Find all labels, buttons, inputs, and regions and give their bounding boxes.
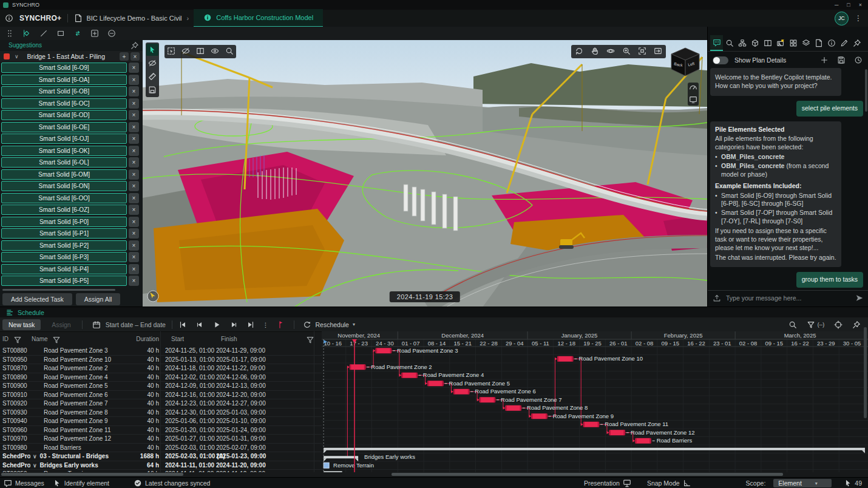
hand-icon[interactable]	[591, 47, 599, 56]
scope-dropdown[interactable]: Element ▾	[773, 479, 832, 487]
remove-suggestion-button[interactable]: ×	[129, 240, 139, 251]
suggestion-item[interactable]: Smart Solid [6-OO]	[1, 193, 127, 203]
remove-suggestion-button[interactable]: ×	[129, 157, 139, 168]
table-row[interactable]: ST00930Road Pavement Zone 840 h2024-12-3…	[0, 408, 322, 418]
suggestion-item[interactable]: Smart Solid [6-OA]	[1, 75, 127, 85]
tab-media-flag-icon[interactable]	[774, 36, 787, 50]
tab-copilot-chat-icon[interactable]	[710, 35, 723, 51]
suggestion-item[interactable]: Smart Solid [6-P5]	[1, 276, 127, 286]
assign-all-button[interactable]: Assign All	[76, 293, 121, 305]
eye-off-icon[interactable]	[181, 47, 190, 56]
minimize-button[interactable]: ─	[835, 2, 838, 8]
suggestion-group-header[interactable]: ∨ Bridge 1 - East Abut - Piling + ×	[0, 51, 143, 62]
remove-suggestion-button[interactable]: ×	[129, 110, 139, 120]
messages-status[interactable]: Messages	[4, 479, 44, 487]
show-plan-details-toggle[interactable]	[713, 56, 728, 64]
step-forward-icon[interactable]	[229, 320, 238, 329]
measure-icon[interactable]	[146, 70, 158, 83]
table-row[interactable]: ST00910Road Pavement Zone 640 h2024-12-1…	[0, 391, 322, 400]
compass[interactable]	[146, 290, 160, 303]
remove-suggestion-button[interactable]: ×	[129, 146, 139, 156]
remove-suggestion-button[interactable]: ×	[129, 63, 139, 73]
toolbar-plus-square-icon[interactable]	[89, 29, 101, 39]
add-selected-task-button[interactable]: Add Selected Task	[2, 293, 72, 305]
tab-info-icon[interactable]	[825, 36, 838, 50]
tab-compose-icon[interactable]	[838, 36, 850, 50]
toolbar-rect-icon[interactable]	[55, 29, 67, 39]
schedule-pin-icon[interactable]	[852, 320, 861, 329]
chevron-down-icon[interactable]: ∨	[15, 53, 19, 59]
eye-icon[interactable]	[211, 47, 219, 56]
close-button[interactable]: ×	[859, 2, 862, 8]
identify-element-tool[interactable]: Identify element	[53, 479, 109, 487]
play-icon[interactable]	[212, 320, 221, 329]
gauge-icon[interactable]	[689, 83, 697, 93]
table-row[interactable]: ST00850Remove Terrain16 h2024-11-11, 01:…	[0, 470, 322, 472]
remove-suggestion-button[interactable]: ×	[129, 205, 139, 215]
toolbar-select-icon[interactable]	[21, 29, 33, 39]
save-view-icon[interactable]	[146, 84, 158, 96]
history-button[interactable]	[854, 56, 863, 64]
suggestion-item[interactable]: Smart Solid [6-ON]	[1, 181, 127, 191]
pin-icon[interactable]	[131, 41, 139, 50]
suggestion-item[interactable]: Smart Solid [6-OE]	[1, 122, 127, 132]
save-chat-button[interactable]	[837, 56, 846, 64]
cursor-icon[interactable]	[146, 44, 158, 56]
orbit-icon[interactable]	[606, 47, 615, 56]
suggestions-hscrollbar[interactable]	[1, 289, 141, 291]
remove-suggestion-button[interactable]: ×	[129, 252, 139, 262]
remove-suggestion-button[interactable]: ×	[129, 181, 139, 191]
table-row[interactable]: ST00980Road Barriers40 h2025-02-03, 01:0…	[0, 444, 322, 453]
remove-suggestion-button[interactable]: ×	[129, 98, 139, 109]
suggestion-item[interactable]: Smart Solid [6-OM]	[1, 169, 127, 180]
toolbar-line-icon[interactable]	[38, 29, 50, 39]
table-row[interactable]: ST00950Road Pavement Zone 1040 h2025-01-…	[0, 356, 322, 365]
table-row[interactable]: ST00870Road Pavement Zone 240 h2024-11-1…	[0, 364, 322, 373]
remove-suggestion-button[interactable]: ×	[129, 134, 139, 144]
remove-suggestion-button[interactable]: ×	[129, 217, 139, 227]
avatar[interactable]: JC	[835, 12, 849, 25]
assign-button[interactable]: Assign	[47, 319, 76, 330]
remove-suggestion-button[interactable]: ×	[129, 276, 139, 286]
suggestion-item[interactable]: Smart Solid [6-P2]	[1, 240, 127, 251]
gantt-vscrollbar[interactable]	[864, 327, 867, 418]
remove-suggestion-button[interactable]: ×	[129, 75, 139, 85]
data-date-marker-icon[interactable]	[276, 320, 284, 329]
remove-suggestion-button[interactable]: ×	[129, 228, 139, 239]
close-group-button[interactable]: ×	[131, 52, 140, 61]
snap-mode-button[interactable]: Snap Mode	[647, 479, 691, 487]
tab-document-icon[interactable]	[812, 36, 825, 50]
rotate-icon[interactable]	[575, 47, 583, 56]
table-row[interactable]: ST00970Road Pavement Zone 1240 h2025-01-…	[0, 435, 322, 444]
table-hscrollbar[interactable]	[1, 473, 183, 476]
send-message-icon[interactable]	[855, 294, 864, 302]
table-row[interactable]: ST00960Road Pavement Zone 1140 h2025-01-…	[0, 426, 322, 435]
suggestion-item[interactable]: Smart Solid [6-OD]	[1, 110, 127, 120]
navigation-cube[interactable]: Back Left	[668, 46, 702, 78]
skip-end-icon[interactable]	[246, 320, 255, 329]
split-icon[interactable]	[196, 47, 205, 56]
gantt-chart[interactable]: 10 - 1617 - 2324 - 3001 - 0708 - 1415 - …	[322, 331, 868, 472]
maximize-button[interactable]: □	[847, 2, 850, 8]
presentation-mode-button[interactable]: Presentation	[584, 479, 631, 487]
kebab-menu-icon[interactable]: ⋮	[855, 14, 862, 22]
date-range-field[interactable]: Start date – End date	[106, 321, 166, 328]
toolbar-handle-icon[interactable]	[4, 29, 16, 39]
gantt-hscrollbar[interactable]	[392, 473, 783, 476]
step-back-icon[interactable]	[195, 320, 204, 329]
remove-suggestion-button[interactable]: ×	[129, 193, 139, 203]
suggestion-item[interactable]: Smart Solid [6-P3]	[1, 252, 127, 262]
suggestion-item[interactable]: Smart Solid [6-P0]	[1, 217, 127, 227]
tab-compare-icon[interactable]	[761, 36, 774, 50]
table-row[interactable]: ST00920Road Pavement Zone 740 h2024-12-2…	[0, 399, 322, 408]
tab-team-icon[interactable]	[736, 36, 748, 50]
select-rect-icon[interactable]	[167, 47, 175, 56]
tab-layers-icon[interactable]	[799, 36, 812, 50]
suggestion-item[interactable]: Smart Solid [6-P4]	[1, 264, 127, 274]
kebab-menu-icon[interactable]: ⋮	[262, 321, 269, 328]
attach-upload-icon[interactable]	[713, 294, 721, 302]
frame-icon[interactable]	[654, 47, 662, 56]
new-task-button[interactable]: New task	[2, 319, 41, 330]
search-icon[interactable]	[225, 47, 234, 56]
chat-scrollbar[interactable]	[865, 69, 867, 112]
